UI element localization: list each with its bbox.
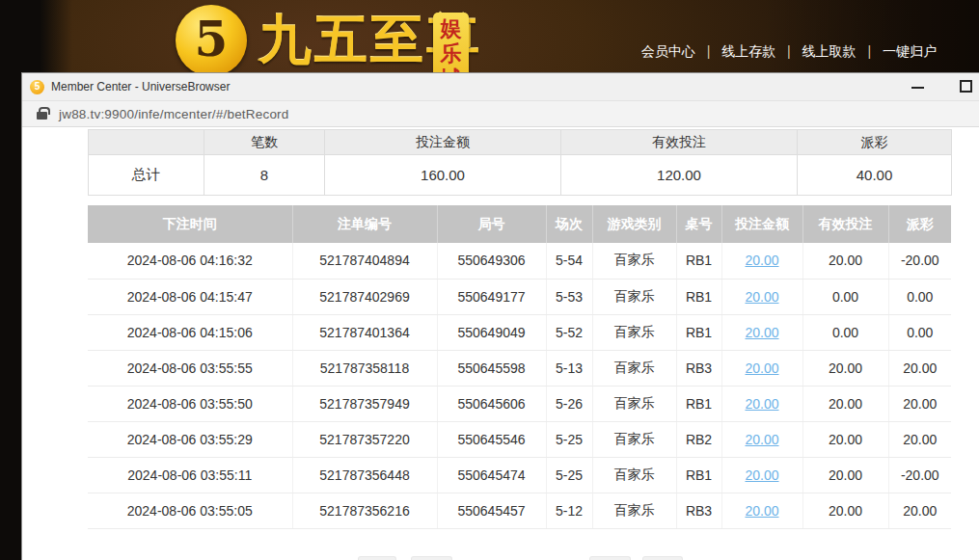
bet-amount-cell: 20.00 bbox=[721, 279, 802, 314]
site-nav: 会员中心 | 线上存款 | 线上取款 | 一键归户 bbox=[641, 43, 937, 61]
url-text[interactable]: jw88.tv:9900/infe/mcenter/#/betRecord bbox=[59, 107, 289, 121]
summary-total-row: 总计 8 160.00 120.00 40.00 bbox=[89, 155, 952, 196]
game-type-cell: 百家乐 bbox=[592, 421, 676, 457]
round-id-cell: 550645598 bbox=[437, 350, 546, 386]
bet-time-cell: 2024-08-06 03:55:29 bbox=[88, 421, 292, 457]
session-cell: 5-25 bbox=[546, 457, 592, 493]
brand-logo-icon: 5 bbox=[176, 5, 247, 76]
session-cell: 5-53 bbox=[546, 279, 592, 314]
nav-separator: | bbox=[867, 43, 871, 59]
bet-amount-link[interactable]: 20.00 bbox=[745, 325, 778, 340]
table-no-cell: RB3 bbox=[676, 493, 721, 528]
summary-header-row: 笔数 投注金额 有效投注 派彩 bbox=[89, 130, 952, 155]
summary-total-label: 总计 bbox=[89, 155, 204, 196]
session-cell: 5-25 bbox=[546, 421, 592, 457]
round-id-cell: 550645457 bbox=[437, 493, 546, 528]
bet-amount-link[interactable]: 20.00 bbox=[745, 467, 778, 483]
window-titlebar[interactable]: 5 Member Center - UniverseBrowser bbox=[22, 73, 979, 100]
payout-cell: -20.00 bbox=[888, 243, 951, 279]
maximize-button[interactable] bbox=[960, 80, 972, 93]
nav-online-withdraw[interactable]: 线上取款 bbox=[802, 43, 857, 59]
round-id-cell: 550645546 bbox=[437, 421, 546, 457]
table-row: 2024-08-06 03:55:55 521787358118 5506455… bbox=[88, 350, 951, 386]
bet-id-cell: 521787358118 bbox=[292, 350, 437, 386]
bet-id-cell: 521787356216 bbox=[292, 493, 437, 528]
header-session: 场次 bbox=[546, 205, 592, 243]
valid-bet-cell: 20.00 bbox=[802, 243, 888, 279]
valid-bet-cell: 20.00 bbox=[802, 493, 888, 528]
summary-bet-amount: 160.00 bbox=[325, 155, 561, 196]
round-id-cell: 550649306 bbox=[437, 243, 546, 279]
table-row: 2024-08-06 04:15:47 521787402969 5506491… bbox=[88, 279, 951, 314]
bet-amount-link[interactable]: 20.00 bbox=[745, 432, 778, 447]
session-cell: 5-13 bbox=[546, 350, 592, 386]
table-row: 2024-08-06 03:55:29 521787357220 5506455… bbox=[88, 421, 951, 457]
header-bet-id: 注单编号 bbox=[292, 205, 437, 243]
table-row: 2024-08-06 04:16:32 521787404894 5506493… bbox=[88, 243, 951, 279]
pagination-button[interactable] bbox=[589, 556, 631, 560]
payout-cell: 20.00 bbox=[888, 421, 951, 457]
browser-window: 5 Member Center - UniverseBrowser jw88.t… bbox=[21, 72, 979, 560]
bet-amount-cell: 20.00 bbox=[721, 457, 802, 493]
valid-bet-cell: 0.00 bbox=[802, 314, 888, 350]
bet-amount-link[interactable]: 20.00 bbox=[745, 360, 778, 376]
session-cell: 5-52 bbox=[546, 314, 592, 350]
game-type-cell: 百家乐 bbox=[592, 243, 676, 279]
table-no-cell: RB1 bbox=[676, 386, 721, 421]
round-id-cell: 550649049 bbox=[437, 314, 546, 350]
table-no-cell: RB1 bbox=[676, 457, 721, 493]
valid-bet-cell: 20.00 bbox=[802, 386, 888, 421]
nav-member-center[interactable]: 会员中心 bbox=[641, 43, 695, 59]
nav-one-key-transfer[interactable]: 一键归户 bbox=[883, 43, 937, 59]
minimize-button[interactable] bbox=[911, 87, 924, 89]
bet-id-cell: 521787357949 bbox=[292, 386, 437, 421]
bet-time-cell: 2024-08-06 04:15:47 bbox=[88, 279, 292, 314]
bet-amount-link[interactable]: 20.00 bbox=[745, 289, 778, 305]
game-type-cell: 百家乐 bbox=[592, 493, 676, 528]
summary-header-bet-amount: 投注金额 bbox=[325, 130, 561, 155]
bet-table-header-row: 下注时间 注单编号 局号 场次 游戏类别 桌号 投注金额 有效投注 派彩 bbox=[88, 205, 951, 243]
bet-amount-link[interactable]: 20.00 bbox=[745, 503, 778, 519]
pagination-button[interactable] bbox=[642, 556, 683, 560]
round-id-cell: 550645606 bbox=[437, 386, 546, 421]
app-icon: 5 bbox=[30, 80, 44, 94]
address-bar[interactable]: jw88.tv:9900/infe/mcenter/#/betRecord bbox=[22, 100, 979, 127]
payout-cell: 0.00 bbox=[888, 279, 951, 314]
logo-glyph: 5 bbox=[195, 15, 229, 64]
pagination-button[interactable] bbox=[358, 556, 396, 560]
table-row: 2024-08-06 03:55:11 521787356448 5506454… bbox=[88, 457, 951, 493]
header-left-shade bbox=[0, 0, 72, 72]
bet-amount-link[interactable]: 20.00 bbox=[745, 396, 778, 412]
table-no-cell: RB1 bbox=[676, 243, 721, 279]
bet-time-cell: 2024-08-06 03:55:11 bbox=[88, 457, 292, 493]
bet-time-cell: 2024-08-06 03:55:55 bbox=[88, 350, 292, 386]
pagination-button[interactable] bbox=[411, 556, 452, 560]
bet-id-cell: 521787356448 bbox=[292, 457, 437, 493]
bet-id-cell: 521787402969 bbox=[292, 279, 437, 314]
summary-header-count: 笔数 bbox=[204, 130, 325, 155]
nav-separator: | bbox=[787, 43, 791, 59]
valid-bet-cell: 0.00 bbox=[802, 279, 888, 314]
window-title: Member Center - UniverseBrowser bbox=[51, 80, 230, 93]
game-type-cell: 百家乐 bbox=[592, 457, 676, 493]
session-cell: 5-26 bbox=[546, 386, 592, 421]
bet-id-cell: 521787404894 bbox=[292, 243, 437, 279]
badge-char: 乐 bbox=[441, 41, 462, 67]
bet-record-table: 下注时间 注单编号 局号 场次 游戏类别 桌号 投注金额 有效投注 派彩 202… bbox=[88, 205, 951, 529]
session-cell: 5-12 bbox=[546, 493, 592, 528]
header-table-no: 桌号 bbox=[676, 205, 721, 243]
bet-amount-cell: 20.00 bbox=[721, 493, 802, 528]
bet-amount-cell: 20.00 bbox=[721, 350, 802, 386]
table-row: 2024-08-06 03:55:50 521787357949 5506456… bbox=[88, 386, 951, 421]
table-no-cell: RB2 bbox=[676, 421, 721, 457]
nav-online-deposit[interactable]: 线上存款 bbox=[721, 43, 775, 59]
bet-amount-cell: 20.00 bbox=[721, 314, 802, 350]
valid-bet-cell: 20.00 bbox=[802, 457, 888, 493]
bet-amount-link[interactable]: 20.00 bbox=[745, 253, 778, 268]
table-no-cell: RB3 bbox=[676, 350, 721, 386]
round-id-cell: 550649177 bbox=[437, 279, 546, 314]
payout-cell: 20.00 bbox=[888, 350, 951, 386]
summary-header-payout: 派彩 bbox=[798, 130, 952, 155]
valid-bet-cell: 20.00 bbox=[802, 350, 888, 386]
table-row: 2024-08-06 03:55:05 521787356216 5506454… bbox=[88, 493, 951, 528]
